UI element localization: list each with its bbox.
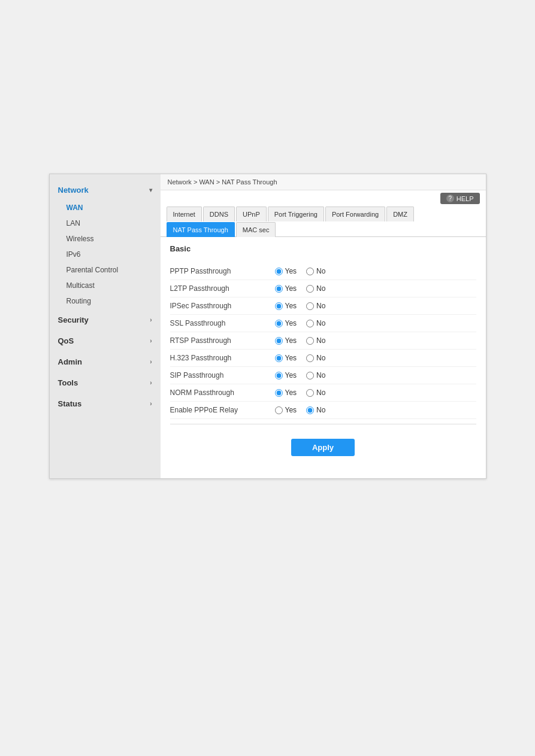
h323-yes-option[interactable]: Yes — [275, 354, 297, 362]
chevron-down-icon: ▾ — [149, 187, 152, 193]
norm-yes-radio[interactable] — [275, 389, 283, 397]
tab-ddns[interactable]: DDNS — [203, 207, 235, 221]
pppoe-no-radio[interactable] — [306, 406, 314, 414]
tab-internet[interactable]: Internet — [167, 207, 202, 221]
l2tp-yes-radio[interactable] — [275, 285, 283, 293]
l2tp-no-option[interactable]: No — [306, 284, 325, 293]
sidebar-item-wan[interactable]: WAN — [50, 200, 161, 215]
section-title-basic: Basic — [170, 244, 476, 256]
rtsp-yes-option[interactable]: Yes — [275, 336, 297, 345]
radio-group-h323: Yes No — [275, 354, 326, 362]
row-ssl: SSL Passthrough Yes No — [170, 315, 476, 332]
ipsec-yes-radio[interactable] — [275, 302, 283, 310]
ipsec-no-radio[interactable] — [306, 302, 314, 310]
sidebar-section-status: Status › — [50, 394, 161, 414]
ssl-no-option[interactable]: No — [306, 319, 325, 327]
tab-upnp[interactable]: UPnP — [236, 207, 267, 221]
sidebar-section-network: Network ▾ WAN LAN Wireless IPv6 Parental… — [50, 180, 161, 309]
radio-group-ssl: Yes No — [275, 319, 326, 327]
h323-no-radio[interactable] — [306, 354, 314, 362]
pppoe-yes-option[interactable]: Yes — [275, 406, 297, 414]
tabs-bar: Internet DDNS UPnP Port Triggering Port … — [161, 207, 486, 237]
sidebar-item-lan[interactable]: LAN — [50, 215, 161, 231]
rtsp-yes-radio[interactable] — [275, 337, 283, 345]
main-content: Network > WAN > NAT Pass Through HELP In… — [161, 174, 486, 478]
sidebar-item-tools-label: Tools — [58, 378, 78, 387]
sip-no-radio[interactable] — [306, 372, 314, 379]
sidebar-item-admin[interactable]: Admin › — [50, 352, 161, 372]
label-ssl: SSL Passthrough — [170, 319, 275, 327]
chevron-right-icon-admin: › — [150, 359, 152, 365]
help-button[interactable]: HELP — [440, 193, 480, 204]
pppoe-yes-radio[interactable] — [275, 406, 283, 414]
sidebar-item-tools[interactable]: Tools › — [50, 373, 161, 393]
norm-no-radio[interactable] — [306, 389, 314, 397]
sidebar-section-security: Security › — [50, 310, 161, 330]
sidebar-item-network-label: Network — [58, 186, 89, 195]
chevron-right-icon-qos: › — [150, 338, 152, 344]
sidebar-item-ipv6[interactable]: IPv6 — [50, 247, 161, 262]
label-pptp: PPTP Passthrough — [170, 267, 275, 275]
help-bar: HELP — [161, 190, 486, 207]
form-area: Basic PPTP Passthrough Yes No — [161, 237, 486, 473]
sidebar-item-parental-control[interactable]: Parental Control — [50, 262, 161, 278]
rtsp-no-radio[interactable] — [306, 337, 314, 345]
row-rtsp: RTSP Passthrough Yes No — [170, 332, 476, 350]
row-pppoe: Enable PPPoE Relay Yes No — [170, 402, 476, 419]
label-rtsp: RTSP Passthrough — [170, 336, 275, 345]
label-pppoe: Enable PPPoE Relay — [170, 406, 275, 414]
ipsec-yes-option[interactable]: Yes — [275, 302, 297, 310]
label-h323: H.323 Passthrough — [170, 354, 275, 362]
h323-yes-radio[interactable] — [275, 354, 283, 362]
ssl-yes-radio[interactable] — [275, 320, 283, 327]
row-ipsec: IPSec Passthrough Yes No — [170, 297, 476, 315]
sidebar-item-wireless[interactable]: Wireless — [50, 231, 161, 247]
tab-mac-sec[interactable]: MAC sec — [236, 222, 276, 237]
l2tp-no-radio[interactable] — [306, 285, 314, 293]
sidebar-network-subitems: WAN LAN Wireless IPv6 Parental Control M… — [50, 200, 161, 309]
sidebar-item-admin-label: Admin — [58, 357, 82, 366]
radio-group-ipsec: Yes No — [275, 302, 326, 310]
sidebar-item-qos-label: QoS — [58, 336, 74, 345]
radio-group-sip: Yes No — [275, 371, 326, 379]
tab-nat-pass-through[interactable]: NAT Pass Through — [167, 222, 235, 237]
radio-group-l2tp: Yes No — [275, 284, 326, 293]
row-sip: SIP Passthrough Yes No — [170, 367, 476, 384]
norm-no-option[interactable]: No — [306, 388, 325, 397]
sip-yes-radio[interactable] — [275, 372, 283, 379]
sidebar-item-qos[interactable]: QoS › — [50, 331, 161, 351]
pptp-no-radio[interactable] — [306, 268, 314, 275]
sidebar-item-status[interactable]: Status › — [50, 394, 161, 414]
apply-button[interactable]: Apply — [291, 439, 355, 456]
label-l2tp: L2TP Passthrough — [170, 284, 275, 293]
sidebar-section-tools: Tools › — [50, 373, 161, 393]
tab-port-triggering[interactable]: Port Triggering — [268, 207, 324, 221]
sidebar-item-routing[interactable]: Routing — [50, 293, 161, 309]
label-norm: NORM Passthrough — [170, 388, 275, 397]
sip-yes-option[interactable]: Yes — [275, 371, 297, 379]
tab-dmz[interactable]: DMZ — [386, 207, 414, 221]
apply-section: Apply — [170, 429, 476, 466]
ssl-yes-option[interactable]: Yes — [275, 319, 297, 327]
sidebar: Network ▾ WAN LAN Wireless IPv6 Parental… — [50, 174, 161, 478]
l2tp-yes-option[interactable]: Yes — [275, 284, 297, 293]
h323-no-option[interactable]: No — [306, 354, 325, 362]
ssl-no-radio[interactable] — [306, 320, 314, 327]
pptp-no-option[interactable]: No — [306, 267, 325, 275]
sidebar-item-security[interactable]: Security › — [50, 310, 161, 330]
pptp-yes-radio[interactable] — [275, 268, 283, 275]
sip-no-option[interactable]: No — [306, 371, 325, 379]
divider — [170, 424, 476, 424]
chevron-right-icon-status: › — [150, 400, 152, 407]
rtsp-no-option[interactable]: No — [306, 336, 325, 345]
norm-yes-option[interactable]: Yes — [275, 388, 297, 397]
sidebar-item-network[interactable]: Network ▾ — [50, 180, 161, 200]
radio-group-rtsp: Yes No — [275, 336, 326, 345]
pppoe-no-option[interactable]: No — [306, 406, 325, 414]
pptp-yes-option[interactable]: Yes — [275, 267, 297, 275]
sidebar-section-qos: QoS › — [50, 331, 161, 351]
sidebar-section-admin: Admin › — [50, 352, 161, 372]
sidebar-item-multicast[interactable]: Multicast — [50, 278, 161, 293]
tab-port-forwarding[interactable]: Port Forwarding — [325, 207, 385, 221]
ipsec-no-option[interactable]: No — [306, 302, 325, 310]
